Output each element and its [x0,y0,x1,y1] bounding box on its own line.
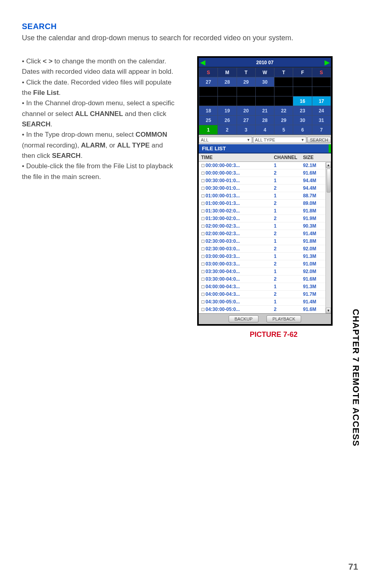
file-row[interactable]: 01:00:00-01:3...188.7M [199,192,331,200]
calendar-day[interactable] [218,87,237,96]
calendar-day[interactable] [237,96,255,106]
file-row[interactable]: 01:00:00-01:3...289.0M [199,200,331,207]
calendar-day[interactable] [218,96,237,106]
calendar-day[interactable]: 31 [312,116,331,125]
file-row[interactable]: 04:00:00-04:3...291.7M [199,291,331,298]
calendar-grid[interactable]: SMTWTFS 27282930161718192021222324252627… [199,67,331,135]
calendar-day[interactable] [312,87,331,96]
calendar-day[interactable] [293,77,312,87]
file-row[interactable]: 00:00:00-00:3...291.6M [199,169,331,177]
type-value: ALL TYPE [255,138,275,142]
calendar-day[interactable]: 26 [218,116,237,125]
file-row[interactable]: 04:00:00-04:3...191.3M [199,283,331,291]
file-list-tab[interactable]: FILE LIST [199,144,331,153]
scroll-down-icon[interactable]: ▼ [326,308,331,313]
calendar-dow: T [237,68,255,77]
bullet-5: • Double-click the file from the File Li… [22,161,177,182]
calendar-day[interactable]: 4 [255,125,274,135]
backup-button[interactable]: BACKUP [229,315,259,323]
file-row[interactable]: 03:00:00-03:3...191.3M [199,253,331,260]
calendar-day[interactable] [255,96,274,106]
calendar-day[interactable] [274,96,293,106]
scroll-thumb[interactable] [327,169,331,193]
file-row[interactable]: 02:00:00-02:3...190.3M [199,222,331,230]
calendar-day[interactable]: 27 [237,116,255,125]
file-row[interactable]: 04:30:00-05:0...191.4M [199,298,331,306]
page-number: 71 [349,562,358,572]
bottom-button-row: BACKUP PLAYBACK [199,313,331,324]
calendar-day[interactable]: 28 [218,77,237,87]
calendar-day[interactable]: 5 [274,125,293,135]
calendar-day[interactable] [312,77,331,87]
calendar-day[interactable]: 24 [312,106,331,116]
prev-month-icon[interactable]: ◀ [200,59,205,66]
bullet-4e: . [80,152,82,159]
calendar-dow: F [293,68,312,77]
bullet-3c: . [51,120,53,128]
file-list-scrollbar[interactable]: ▲ ▼ [325,162,331,313]
calendar-day[interactable] [199,87,218,96]
file-row[interactable]: 00:00:00-00:3...192.1M [199,162,331,169]
file-row[interactable]: 03:30:00-04:0...291.6M [199,275,331,283]
calendar-day[interactable]: 30 [293,116,312,125]
file-time: 03:00:00-03:3... [199,253,272,260]
calendar-day[interactable]: 2 [218,125,237,135]
playback-button[interactable]: PLAYBACK [266,315,301,323]
calendar-day[interactable]: 29 [237,77,255,87]
search-button[interactable]: SEARCH [307,137,331,143]
scroll-up-icon[interactable]: ▲ [326,162,331,168]
calendar-day[interactable]: 22 [274,106,293,116]
file-time: 02:30:00-03:0... [199,245,272,253]
calendar-day[interactable]: 19 [218,106,237,116]
next-month-icon[interactable]: ▶ [325,59,329,66]
channel-dropdown[interactable]: ALL ▼ [199,137,252,143]
file-row[interactable]: 00:30:00-01:0...294.4M [199,185,331,192]
calendar-day[interactable]: 16 [293,96,312,106]
calendar-day[interactable]: 20 [237,106,255,116]
file-row[interactable]: 02:30:00-03:0...191.8M [199,238,331,245]
file-row[interactable]: 01:30:00-02:0...191.8M [199,207,331,215]
calendar-day[interactable] [255,87,274,96]
file-row[interactable]: 03:30:00-04:0...192.0M [199,268,331,275]
file-row[interactable]: 02:30:00-03:0...292.0M [199,245,331,253]
file-channel: 2 [272,200,301,207]
calendar-day[interactable] [274,87,293,96]
file-row[interactable]: 02:00:00-02:3...291.4M [199,230,331,238]
file-row[interactable]: 04:30:00-05:0...291.6M [199,306,331,313]
calendar-day[interactable]: 17 [312,96,331,106]
file-time: 01:00:00-01:3... [199,200,272,207]
calendar-day[interactable]: 3 [237,125,255,135]
file-time: 03:00:00-03:3... [199,260,272,268]
file-time: 03:30:00-04:0... [199,275,272,283]
calendar-day[interactable]: 18 [199,106,218,116]
calendar-day[interactable] [274,77,293,87]
calendar-day[interactable]: 25 [199,116,218,125]
calendar-day[interactable]: 6 [293,125,312,135]
calendar-day[interactable] [293,87,312,96]
file-list-table[interactable]: TIME CHANNEL SIZE 00:00:00-00:3...192.1M… [199,153,331,313]
calendar-day[interactable]: 21 [255,106,274,116]
file-time: 01:00:00-01:3... [199,192,272,200]
calendar-day[interactable]: 1 [199,125,218,135]
file-row[interactable]: 01:30:00-02:0...291.9M [199,215,331,222]
calendar-day[interactable]: 27 [199,77,218,87]
calendar-day[interactable]: 30 [255,77,274,87]
file-time: 04:30:00-05:0... [199,298,272,306]
calendar-day[interactable]: 29 [274,116,293,125]
file-time: 00:00:00-00:3... [199,162,272,169]
type-dropdown[interactable]: ALL TYPE ▼ [253,137,306,143]
file-channel: 1 [272,268,301,275]
calendar-day[interactable]: 23 [293,106,312,116]
calendar-day[interactable] [199,96,218,106]
calendar-day[interactable]: 28 [255,116,274,125]
bullet-4b: (normal recording), [22,142,81,149]
file-time: 04:30:00-05:0... [199,306,272,313]
file-row[interactable]: 03:00:00-03:3...291.0M [199,260,331,268]
file-list-wrap: TIME CHANNEL SIZE 00:00:00-00:3...192.1M… [199,153,331,313]
file-row[interactable]: 00:30:00-01:0...194.4M [199,177,331,185]
figure-caption: PICTURE 7-62 [189,330,358,339]
calendar-day[interactable]: 7 [312,125,331,135]
calendar-day[interactable] [237,87,255,96]
file-channel: 2 [272,245,301,253]
file-channel: 1 [272,298,301,306]
